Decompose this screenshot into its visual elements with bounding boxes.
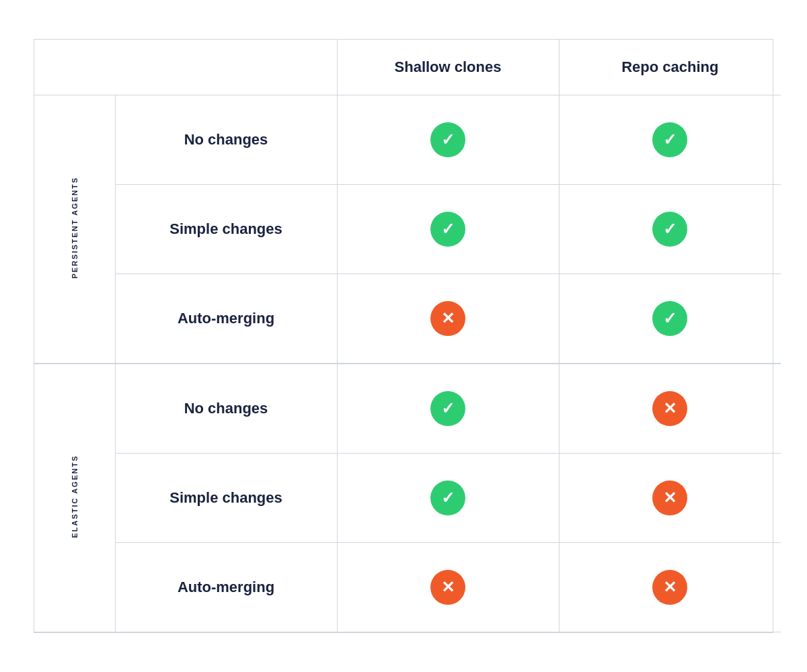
header-shallow-clones: Shallow clones: [337, 40, 559, 95]
repo-icon-1-1: ✕: [559, 454, 781, 543]
row-label-0-2: Auto-merging: [115, 274, 337, 364]
comparison-table: Shallow clones Repo caching PERSISTENT A…: [34, 39, 773, 633]
header-empty: [34, 40, 337, 95]
repo-icon-0-0: ✓: [559, 95, 781, 185]
row-label-1-0: No changes: [115, 364, 337, 454]
shallow-icon-1-1: ✓: [337, 454, 559, 543]
cross-icon: ✕: [652, 570, 687, 605]
cross-icon: ✕: [652, 480, 687, 515]
row-label-0-0: No changes: [115, 95, 337, 185]
repo-icon-1-0: ✕: [559, 364, 781, 454]
repo-icon-0-2: ✓: [559, 274, 781, 364]
row-label-1-1: Simple changes: [115, 454, 337, 543]
check-icon: ✓: [430, 480, 465, 515]
repo-icon-1-2: ✕: [559, 543, 781, 632]
check-icon: ✓: [430, 212, 465, 247]
cross-icon: ✕: [430, 301, 465, 336]
shallow-icon-0-0: ✓: [337, 95, 559, 185]
repo-icon-0-1: ✓: [559, 185, 781, 274]
group-label-0: PERSISTENT AGENTS: [34, 95, 115, 364]
check-icon: ✓: [652, 122, 687, 157]
check-icon: ✓: [652, 301, 687, 336]
shallow-icon-0-2: ✕: [337, 274, 559, 364]
check-icon: ✓: [652, 212, 687, 247]
group-label-1: ELASTIC AGENTS: [34, 364, 115, 632]
check-icon: ✓: [430, 391, 465, 426]
cross-icon: ✕: [652, 391, 687, 426]
row-label-1-2: Auto-merging: [115, 543, 337, 632]
shallow-icon-1-0: ✓: [337, 364, 559, 454]
row-label-0-1: Simple changes: [115, 185, 337, 274]
group-label-text-0: PERSISTENT AGENTS: [71, 177, 79, 279]
check-icon: ✓: [430, 122, 465, 157]
group-label-text-1: ELASTIC AGENTS: [71, 455, 79, 538]
header-repo-caching: Repo caching: [559, 40, 781, 95]
shallow-icon-1-2: ✕: [337, 543, 559, 632]
shallow-icon-0-1: ✓: [337, 185, 559, 274]
cross-icon: ✕: [430, 570, 465, 605]
